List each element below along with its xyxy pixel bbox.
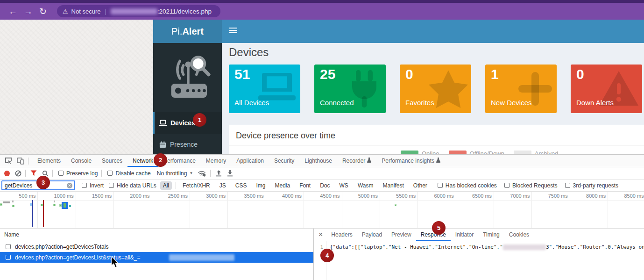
- timeline-tick-label: 4000 ms: [282, 193, 302, 199]
- request-mark: [54, 201, 55, 202]
- sidebar-item-label: Presence: [170, 141, 198, 148]
- requests-table: Name devices.php?action=getDevicesTotals…: [0, 229, 314, 280]
- sidebar-item-devices[interactable]: Devices: [153, 112, 222, 134]
- laptop-icon: [159, 120, 167, 126]
- filter-chip-js[interactable]: JS: [217, 181, 229, 190]
- card-new-devices[interactable]: 1 New Devices: [485, 65, 557, 113]
- hamburger-menu-icon[interactable]: [229, 28, 237, 35]
- close-icon[interactable]: ×: [318, 230, 323, 239]
- tab-memory[interactable]: Memory: [201, 155, 231, 167]
- toolbar-separator: [210, 170, 211, 177]
- card-connected[interactable]: 25 Connected: [314, 65, 386, 113]
- filter-chip-manifest[interactable]: Manifest: [380, 181, 406, 190]
- filter-chip-all[interactable]: All: [160, 181, 172, 190]
- sidebar-item-presence[interactable]: Presence: [153, 134, 222, 154]
- card-down-alerts[interactable]: 0 Down Alerts: [571, 65, 642, 113]
- request-row[interactable]: devices.php?action=getDevicesTotals: [0, 241, 313, 252]
- annotation-step-5: 5: [432, 221, 446, 235]
- card-value: 0: [405, 66, 413, 82]
- filter-chip-wasm[interactable]: Wasm: [355, 181, 376, 190]
- tab-security[interactable]: Security: [269, 155, 299, 167]
- filter-chip-fetch-xhr[interactable]: Fetch/XHR: [180, 181, 213, 190]
- checkbox[interactable]: [438, 183, 443, 188]
- page-title: Devices: [229, 46, 644, 59]
- filter-icon[interactable]: [30, 170, 37, 176]
- detail-tab-payload[interactable]: Payload: [357, 229, 387, 241]
- tab-sources[interactable]: Sources: [97, 155, 127, 167]
- filter-chip-doc[interactable]: Doc: [317, 181, 333, 190]
- third-party-requests-checkbox[interactable]: 3rd-party requests: [565, 182, 618, 189]
- request-mark: [30, 203, 32, 206]
- timeline-tick: 6500 ms: [456, 192, 494, 228]
- desktop-background: [0, 20, 153, 154]
- filter-chip-ws[interactable]: WS: [337, 181, 351, 190]
- disable-cache-checkbox[interactable]: Disable cache: [107, 170, 150, 177]
- hide-data-urls-checkbox[interactable]: Hide data URLs: [109, 182, 156, 189]
- preserve-log-checkbox[interactable]: Preserve log: [58, 170, 98, 177]
- timeline-tick: 7000 ms: [494, 192, 532, 228]
- tab-application[interactable]: Application: [231, 155, 269, 167]
- experiment-icon: [436, 155, 440, 167]
- export-har-icon[interactable]: [227, 170, 233, 177]
- clear-icon[interactable]: [15, 170, 21, 177]
- import-har-icon[interactable]: [216, 170, 222, 177]
- detail-tab-initiator[interactable]: Initiator: [451, 229, 478, 241]
- detail-tab-cookies[interactable]: Cookies: [504, 229, 534, 241]
- checkbox[interactable]: [504, 183, 510, 188]
- request-row-selected[interactable]: devices.php?action=getDevicesList&status…: [0, 252, 313, 263]
- timeline-tick-label: 4500 ms: [320, 193, 340, 199]
- request-mark: [12, 205, 14, 207]
- request-mark: [41, 204, 43, 206]
- logo-text-bold: Alert: [182, 26, 204, 37]
- checkbox[interactable]: [82, 183, 87, 188]
- clear-filter-icon[interactable]: ✕: [67, 183, 72, 188]
- timeline-tick-label: 5500 ms: [396, 193, 416, 199]
- back-icon[interactable]: ←: [8, 7, 17, 16]
- detail-tab-headers[interactable]: Headers: [326, 229, 357, 241]
- network-overview-timeline[interactable]: 500 ms 1000 ms 1500 ms 2000 ms 2500 ms 3…: [0, 192, 644, 229]
- card-all-devices[interactable]: 51 All Devices: [229, 65, 300, 113]
- forward-icon[interactable]: →: [24, 7, 33, 16]
- browser-toolbar: ← → ↻ ⚠ Not secure | :20211/devices.php: [0, 0, 644, 20]
- checkbox[interactable]: [565, 183, 570, 188]
- filter-chip-media[interactable]: Media: [272, 181, 293, 190]
- tab-lighthouse[interactable]: Lighthouse: [299, 155, 337, 167]
- card-favorites[interactable]: 0 Favorites: [400, 65, 471, 113]
- checkbox[interactable]: [6, 255, 11, 260]
- blocked-requests-checkbox[interactable]: Blocked Requests: [504, 182, 558, 189]
- timeline-tick: 1500 ms: [76, 192, 114, 228]
- record-button[interactable]: [4, 171, 10, 176]
- name-column-header[interactable]: Name: [0, 229, 313, 241]
- throttling-dropdown[interactable]: No throttling ▼: [157, 170, 193, 177]
- tab-elements[interactable]: Elements: [32, 155, 66, 167]
- tab-recorder[interactable]: Recorder: [337, 155, 376, 167]
- app-header: Pi.Alert Run: Plugins Syn (28,: [153, 20, 644, 43]
- app-navbar: Run: Plugins Syn (28,: [222, 20, 644, 43]
- timeline-tick: 4000 ms: [266, 192, 304, 228]
- invert-checkbox[interactable]: Invert: [82, 182, 104, 189]
- detail-tab-preview[interactable]: Preview: [387, 229, 416, 241]
- filter-chip-other[interactable]: Other: [410, 181, 430, 190]
- detail-tabbar: × Headers Payload Preview Response Initi…: [314, 229, 644, 241]
- legend-label: Archived: [535, 150, 559, 154]
- filter-chip-css[interactable]: CSS: [233, 181, 250, 190]
- calendar-icon: [159, 141, 166, 148]
- network-conditions-icon[interactable]: [198, 170, 206, 177]
- device-toolbar-icon[interactable]: [17, 158, 24, 165]
- inspect-element-icon[interactable]: [5, 157, 12, 165]
- checkbox[interactable]: [58, 171, 64, 176]
- response-viewer[interactable]: 1 {"data":[["laptop","Net - Huawei","Int…: [314, 241, 644, 280]
- tab-performance-insights[interactable]: Performance insights: [376, 155, 446, 167]
- checkbox[interactable]: [107, 171, 113, 176]
- app-logo[interactable]: Pi.Alert: [153, 20, 222, 43]
- address-bar[interactable]: ⚠ Not secure | :20211/devices.php: [57, 5, 220, 17]
- tab-console[interactable]: Console: [66, 155, 97, 167]
- has-blocked-cookies-checkbox[interactable]: Has blocked cookies: [438, 182, 497, 189]
- reload-icon[interactable]: ↻: [39, 7, 47, 16]
- filter-chip-font[interactable]: Font: [297, 181, 313, 190]
- filter-chip-img[interactable]: Img: [253, 181, 268, 190]
- detail-tab-timing[interactable]: Timing: [478, 229, 504, 241]
- toolbar-separator: [101, 170, 102, 177]
- checkbox[interactable]: [6, 244, 11, 249]
- checkbox[interactable]: [109, 183, 114, 188]
